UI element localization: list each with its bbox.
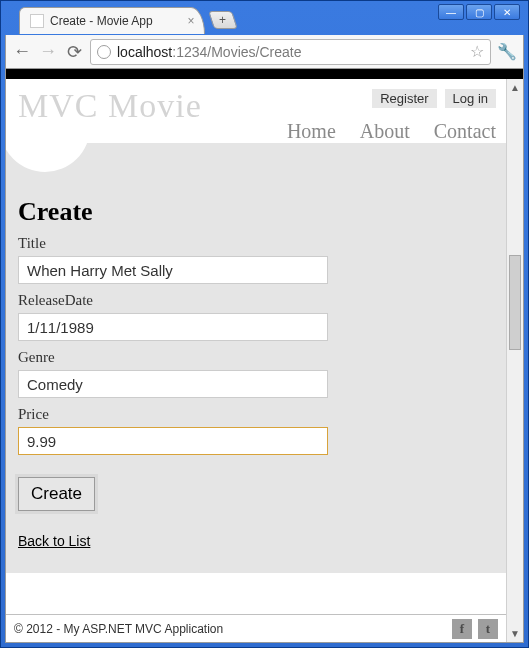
new-tab-button[interactable]: + xyxy=(208,11,238,29)
page-viewport: MVC Movie Register Log in Home About Con… xyxy=(5,68,524,643)
url-path: :1234/Movies/Create xyxy=(172,44,301,60)
auth-links: Register Log in xyxy=(372,89,496,108)
browser-window: — ▢ ✕ Create - Movie App × + ← → ⟳ local… xyxy=(0,0,529,648)
twitter-icon[interactable]: t xyxy=(478,619,498,639)
label-genre: Genre xyxy=(18,349,494,366)
scroll-thumb[interactable] xyxy=(509,255,521,350)
page-favicon-icon xyxy=(30,14,44,28)
login-link[interactable]: Log in xyxy=(445,89,496,108)
scroll-down-icon[interactable]: ▼ xyxy=(507,625,523,642)
decorative-circle xyxy=(6,117,90,172)
site-footer: © 2012 - My ASP.NET MVC Application f t xyxy=(6,614,506,642)
wrench-menu-icon[interactable]: 🔧 xyxy=(497,42,517,61)
label-price: Price xyxy=(18,406,494,423)
input-title[interactable] xyxy=(18,256,328,284)
browser-toolbar: ← → ⟳ localhost:1234/Movies/Create ☆ 🔧 xyxy=(5,35,524,69)
page-content: MVC Movie Register Log in Home About Con… xyxy=(6,79,506,642)
bookmark-star-icon[interactable]: ☆ xyxy=(470,42,484,61)
input-genre[interactable] xyxy=(18,370,328,398)
scroll-track[interactable] xyxy=(507,96,523,625)
top-black-strip xyxy=(6,69,523,79)
label-title: Title xyxy=(18,235,494,252)
facebook-icon[interactable]: f xyxy=(452,619,472,639)
nav-about[interactable]: About xyxy=(360,120,410,143)
label-release: ReleaseDate xyxy=(18,292,494,309)
social-icons: f t xyxy=(452,619,498,639)
back-to-list-link[interactable]: Back to List xyxy=(18,533,90,549)
vertical-scrollbar[interactable]: ▲ ▼ xyxy=(506,79,523,642)
forward-icon: → xyxy=(38,42,58,62)
close-tab-icon[interactable]: × xyxy=(184,14,198,28)
back-icon[interactable]: ← xyxy=(12,42,32,62)
input-release[interactable] xyxy=(18,313,328,341)
input-price[interactable] xyxy=(18,427,328,455)
page-title: Create xyxy=(18,197,494,227)
scroll-up-icon[interactable]: ▲ xyxy=(507,79,523,96)
footer-copyright: © 2012 - My ASP.NET MVC Application xyxy=(14,622,223,636)
browser-tab[interactable]: Create - Movie App × xyxy=(19,7,205,34)
url-host: localhost xyxy=(117,44,172,60)
address-bar[interactable]: localhost:1234/Movies/Create ☆ xyxy=(90,39,491,65)
reload-icon[interactable]: ⟳ xyxy=(64,42,84,62)
globe-icon xyxy=(97,45,111,59)
main-nav: Home About Contact xyxy=(287,120,496,143)
nav-home[interactable]: Home xyxy=(287,120,336,143)
register-link[interactable]: Register xyxy=(372,89,436,108)
main-body: Create Title ReleaseDate Genre Price Cre… xyxy=(6,143,506,573)
tab-title: Create - Movie App xyxy=(50,14,153,28)
create-button[interactable]: Create xyxy=(18,477,95,511)
nav-contact[interactable]: Contact xyxy=(434,120,496,143)
tab-strip: Create - Movie App × + xyxy=(5,7,524,35)
